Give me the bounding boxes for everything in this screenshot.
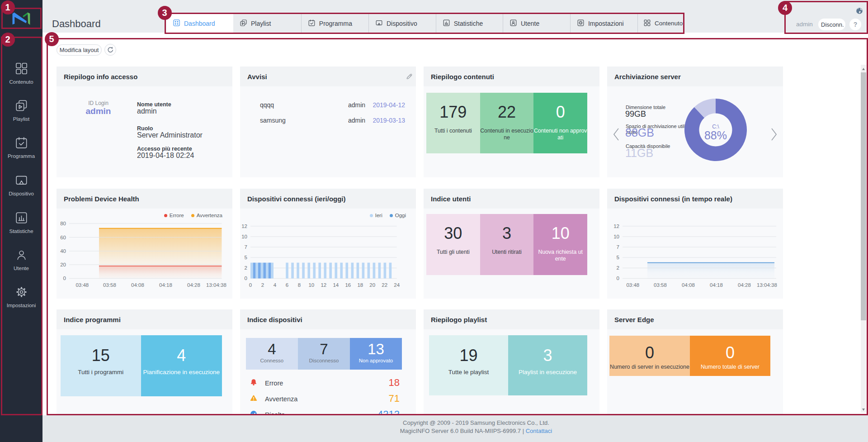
svg-text:18: 18 [357,282,363,288]
main-tabs: Dashboard Playlist Programma Dispositivo… [166,14,684,33]
contact-link[interactable]: Contattaci [526,428,552,434]
tab-label: Programma [319,20,352,27]
scrollbar-down-arrow[interactable] [862,409,865,411]
notice-date-link[interactable]: 2019-03-13 [373,117,405,124]
card-title: Riepilogo playlist [424,309,599,330]
device-status-row: Avvertenza71 [250,394,400,404]
scrollbar-thumb[interactable] [861,72,866,320]
svg-text:20: 20 [369,282,375,288]
tile-value: 3 [480,224,534,243]
storage-total-value: 99GB [625,109,646,119]
sidebar-item-dispositivo[interactable]: Dispositivo [0,174,42,196]
disconnect-button[interactable]: Disconn. [818,19,845,30]
status-value: 4212 [377,409,400,415]
sidebar-item-contenuto[interactable]: Contenuto [0,62,42,85]
tile-value: 4 [246,341,298,358]
device-status-row: Risolto4212 [250,410,400,415]
tile-value: 7 [298,341,350,358]
svg-text:13:04:38: 13:04:38 [206,282,226,288]
card-title: Archiviazione server [607,67,783,87]
card-title: Server Edge [607,309,783,330]
edit-layout-button[interactable]: Modifica layout [57,44,102,56]
svg-text:7: 7 [617,244,619,250]
summary-tile[interactable]: 3Utenti ritirati [480,214,534,275]
svg-text:03:48: 03:48 [626,282,639,288]
storage-next-arrow[interactable] [769,127,778,143]
summary-tile[interactable]: 15Tutti i programmi [61,335,142,396]
tab-label: Impostazioni [588,20,624,27]
summary-tile[interactable]: 7Disconnesso [298,338,350,370]
tile-value: 3 [508,346,587,365]
sidebar-item-utente[interactable]: Utente [0,249,42,271]
sidebar-item-playlist[interactable]: Playlist [0,100,42,122]
tile-label: Tutti gli utenti [430,249,476,256]
sidebar-item-programma[interactable]: Programma [0,137,42,159]
summary-tile[interactable]: 3Playlist in esecuzione [508,335,587,395]
summary-tile[interactable]: 10Nuova richiesta utente [533,214,587,275]
help-button[interactable]: ? [849,19,861,30]
language-globe-icon[interactable] [856,7,863,16]
card-schedules-index: Indice programmi 15Tutti i programmi4Pia… [57,309,232,415]
sidebar-item-label: Utente [14,266,29,271]
svg-text:40: 40 [60,248,66,254]
svg-text:7: 7 [245,244,247,250]
tile-value: 15 [61,346,142,365]
summary-tile[interactable]: 4Pianificazione in esecuzione [141,335,222,396]
edit-notices-pencil-icon[interactable] [406,73,413,82]
summary-tile[interactable]: 179Tutti i contenuti [426,93,480,153]
magicinfo-logo[interactable] [12,11,31,26]
refresh-button[interactable] [104,44,116,56]
tile-value: 4 [141,346,222,365]
tab-contenuto[interactable]: Contenuto [637,14,684,33]
dashboard-icon [173,19,184,28]
sidebar-item-label: Statistiche [9,228,33,234]
magicinfo-dashboard-page: Contenuto Playlist Programma Dispositivo… [0,0,868,442]
tab-impostazioni[interactable]: Impostazioni [570,14,637,33]
svg-text:14: 14 [333,282,339,288]
notice-date-link[interactable]: 2019-04-12 [373,101,405,109]
card-title: Dispositivi connessi (ieri/oggi) [240,189,416,209]
card-server-storage: Archiviazione server Dimensione totale 9… [607,67,783,177]
tile-label: Utenti ritirati [484,249,529,256]
summary-tile[interactable]: 0Contenuti non approvati [533,93,587,153]
tab-dashboard[interactable]: Dashboard [166,14,233,33]
field-value: 2019-04-18 02:24 [137,152,194,160]
svg-text:10: 10 [613,234,619,239]
card-notices: Avvisi qqqqadmin2019-04-12samsungadmin20… [240,67,416,177]
tile-label: Contenuti non approvati [534,128,587,141]
tab-programma[interactable]: Programma [301,14,368,33]
edge-server-tiles: 0Numero di server in esecuzione0Numero t… [609,336,770,376]
tile-value: 0 [609,343,690,362]
svg-text:13:04:38: 13:04:38 [757,282,777,288]
svg-text:04:28: 04:28 [738,282,751,288]
summary-tile[interactable]: 0Numero totale di server [690,336,770,376]
svg-text:04:08: 04:08 [682,282,695,288]
svg-text:80: 80 [60,221,66,226]
tab-playlist[interactable]: Playlist [233,14,301,33]
logged-in-user: admin [796,21,813,28]
tab-utente[interactable]: Utente [503,14,570,33]
sidebar-item-impostazioni[interactable]: Impostazioni [0,286,42,308]
sidebar-item-statistiche[interactable]: Statistiche [0,212,42,234]
tab-statistiche[interactable]: Statistiche [436,14,503,33]
summary-tile[interactable]: 0Numero di server in esecuzione [609,336,690,376]
status-label: Risolto [265,411,285,415]
tab-label: Dispositivo [387,20,417,27]
scrollbar-up-arrow[interactable] [862,68,865,70]
build-line: MagicINFO Server 6.0 Build NA-MIIPS-6999… [400,428,524,434]
notice-title: qqqq [260,101,274,109]
summary-tile[interactable]: 19Tutte le playlist [429,335,508,395]
summary-tile[interactable]: 22Contenuti in esecuzione [480,93,534,153]
svg-text:04:18: 04:18 [159,282,172,288]
connected-daily-chart: 12107520024681012141618202224 [240,209,416,299]
summary-tile[interactable]: 13Non approvato [350,338,402,370]
summary-tile[interactable]: 4Connesso [246,338,298,370]
notice-title: samsung [260,117,286,124]
devices-index-tiles: 4Connesso7Disconnesso13Non approvato [246,338,402,370]
tab-label: Dashboard [184,20,215,27]
tab-dispositivo[interactable]: Dispositivo [368,14,436,33]
copyright-line: Copyright @ 2009 - 2019 Samsung Electron… [84,419,868,426]
summary-tile[interactable]: 30Tutti gli utenti [426,214,480,275]
storage-prev-arrow[interactable] [612,127,621,143]
notice-row: qqqqadmin2019-04-12 [260,101,405,110]
